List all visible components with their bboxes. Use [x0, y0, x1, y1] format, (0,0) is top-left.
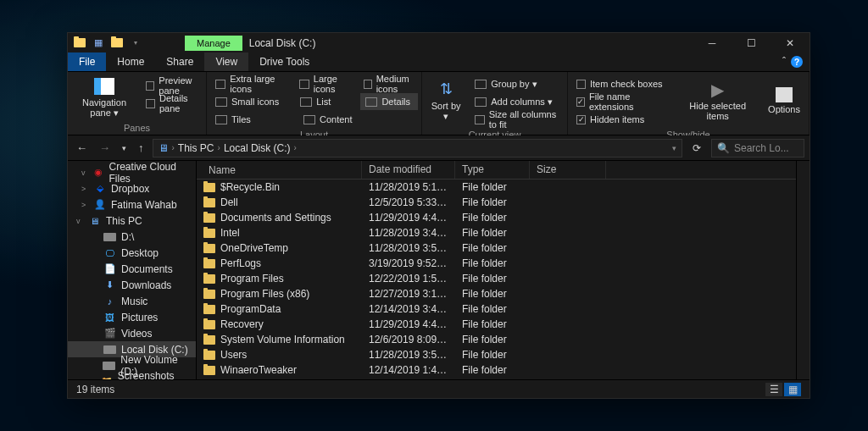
layout-tiles-button[interactable]: Tiles	[210, 111, 298, 128]
up-button[interactable]: ↑	[135, 141, 147, 154]
hidden-items-toggle[interactable]: ✓Hidden items	[571, 111, 672, 128]
file-date: 12/14/2019 3:46 AM	[362, 303, 455, 315]
contextual-tab-manage[interactable]: Manage	[185, 36, 242, 51]
expand-icon[interactable]: v	[76, 217, 83, 225]
properties-icon[interactable]: ▦	[92, 36, 105, 50]
search-input[interactable]: 🔍 Search Lo...	[711, 139, 804, 157]
preview-pane-button[interactable]: Preview pane	[141, 77, 203, 94]
layout-medium-button[interactable]: Medium icons	[359, 75, 418, 92]
size-columns-button[interactable]: Size all columns to fit	[470, 111, 564, 128]
layout-list-button[interactable]: List	[295, 93, 360, 110]
col-date[interactable]: Date modified	[362, 161, 455, 179]
menu-view[interactable]: View	[204, 52, 248, 71]
sidebar-label: Documents	[121, 263, 173, 275]
layout-xl-button[interactable]: Extra large icons	[210, 75, 294, 92]
expand-icon[interactable]: >	[81, 185, 88, 193]
folder-icon	[203, 259, 215, 268]
file-row[interactable]: Dell12/5/2019 5:33 PMFile folder	[197, 195, 796, 210]
close-button[interactable]: ✕	[771, 33, 810, 52]
minimize-button[interactable]: ─	[693, 33, 732, 52]
pic-icon: 🖼	[103, 312, 116, 323]
qat-dropdown-icon[interactable]: ▾	[129, 36, 142, 50]
refresh-button[interactable]: ⟳	[687, 142, 706, 154]
file-row[interactable]: Intel11/28/2019 3:49 PMFile folder	[197, 225, 796, 240]
forward-button[interactable]: →	[96, 141, 114, 154]
group-by-button[interactable]: Group by ▾	[470, 75, 564, 92]
menu-file[interactable]: File	[68, 52, 106, 71]
recent-dropdown[interactable]: ▾	[119, 144, 130, 152]
titlebar[interactable]: ▦ ▾ Manage Local Disk (C:) ─ ☐ ✕	[68, 33, 810, 52]
chevron-right-icon[interactable]: ›	[294, 143, 297, 152]
col-size[interactable]: Size	[530, 161, 606, 179]
menu-drive-tools[interactable]: Drive Tools	[248, 52, 320, 71]
add-columns-button[interactable]: Add columns ▾	[470, 93, 564, 110]
file-row[interactable]: PerfLogs3/19/2019 9:52 AMFile folder	[197, 256, 796, 271]
chevron-right-icon[interactable]: ›	[172, 143, 175, 152]
music-icon: ♪	[103, 296, 116, 307]
window-title: Local Disk (C:)	[249, 37, 316, 49]
breadcrumb[interactable]: 🖥 › This PC › Local Disk (C:) › ▾	[153, 139, 683, 157]
folder-icon	[203, 320, 215, 329]
file-name: ProgramData	[220, 303, 281, 315]
navigation-sidebar[interactable]: v◉Creative Cloud Files>⬙Dropbox>👤Fatima …	[68, 161, 197, 379]
file-row[interactable]: System Volume Information12/6/2019 8:09 …	[197, 332, 796, 347]
hide-selected-button[interactable]: ▶ Hide selected items	[676, 74, 760, 128]
sidebar-item[interactable]: 🖵Desktop	[68, 245, 196, 261]
layout-large-button[interactable]: Large icons	[294, 75, 359, 92]
collapse-ribbon-icon[interactable]: ˆ	[782, 56, 786, 68]
group-by-icon	[475, 80, 487, 89]
address-bar: ← → ▾ ↑ 🖥 › This PC › Local Disk (C:) › …	[68, 135, 810, 161]
sidebar-item[interactable]: 🎬Videos	[68, 325, 196, 341]
menu-home[interactable]: Home	[106, 52, 155, 71]
file-row[interactable]: $Recycle.Bin11/28/2019 5:12 PMFile folde…	[197, 180, 796, 195]
folder-icon	[203, 335, 215, 345]
sidebar-item[interactable]: v🖥This PC	[68, 213, 196, 229]
options-button[interactable]: Options	[763, 74, 805, 128]
back-button[interactable]: ←	[73, 141, 91, 154]
doc-icon: 📄	[103, 263, 116, 274]
sidebar-item[interactable]: v◉Creative Cloud Files	[68, 164, 196, 180]
file-row[interactable]: Program Files (x86)12/27/2019 3:19 AMFil…	[197, 286, 796, 301]
col-name[interactable]: Name	[197, 161, 362, 179]
layout-small-button[interactable]: Small icons	[210, 93, 295, 110]
expand-icon[interactable]: >	[81, 201, 88, 209]
sidebar-item[interactable]: 🖼Pictures	[68, 309, 196, 325]
breadcrumb-dropdown[interactable]: ▾	[672, 144, 676, 152]
breadcrumb-segment[interactable]: Local Disk (C:)	[224, 142, 291, 154]
sidebar-label: Music	[121, 296, 147, 307]
file-row[interactable]: OneDriveTemp11/28/2019 3:57 PMFile folde…	[197, 240, 796, 256]
item-checkboxes-toggle[interactable]: Item check boxes	[571, 75, 672, 92]
chevron-right-icon[interactable]: ›	[218, 143, 220, 152]
file-row[interactable]: Recovery11/29/2019 4:41 AMFile folder	[197, 317, 796, 332]
menu-share[interactable]: Share	[155, 52, 204, 71]
details-pane-button[interactable]: Details pane	[141, 95, 203, 112]
layout-details-button[interactable]: Details	[360, 93, 418, 110]
file-row[interactable]: Documents and Settings11/29/2019 4:42 AM…	[197, 210, 796, 225]
file-row[interactable]: WinaeroTweaker12/14/2019 1:44 AMFile fol…	[197, 362, 796, 378]
details-view-toggle[interactable]: ☰	[765, 383, 782, 396]
sidebar-item[interactable]: ♪Music	[68, 293, 196, 309]
file-row[interactable]: Program Files12/22/2019 1:51 AMFile fold…	[197, 271, 796, 286]
expand-icon[interactable]: v	[81, 169, 87, 177]
file-row[interactable]: ProgramData12/14/2019 3:46 AMFile folder	[197, 301, 796, 317]
file-row[interactable]: Users11/28/2019 3:57 PMFile folder	[197, 347, 796, 362]
large-icons-icon	[299, 80, 309, 89]
col-type[interactable]: Type	[455, 161, 530, 179]
sidebar-item[interactable]: D:\	[68, 229, 196, 245]
sidebar-item[interactable]: 📄Documents	[68, 261, 196, 277]
sidebar-item[interactable]: >👤Fatima Wahab	[68, 196, 196, 213]
breadcrumb-segment[interactable]: This PC	[178, 142, 214, 154]
icons-view-toggle[interactable]: ▦	[784, 383, 801, 396]
file-date: 11/28/2019 3:57 PM	[362, 242, 455, 254]
maximize-button[interactable]: ☐	[732, 33, 771, 52]
file-date: 11/28/2019 3:57 PM	[362, 349, 455, 361]
sort-by-button[interactable]: ⇅ Sort by ▾	[426, 74, 466, 128]
layout-content-button[interactable]: Content	[298, 111, 366, 128]
folder-icon	[203, 366, 215, 375]
sidebar-item[interactable]: ⬇Downloads	[68, 277, 196, 293]
sidebar-item[interactable]: 📁Screenshots (\\MACBOOK	[68, 373, 196, 379]
help-icon[interactable]: ?	[791, 56, 803, 68]
file-extensions-toggle[interactable]: ✓File name extensions	[571, 93, 672, 110]
navigation-pane-button[interactable]: Navigation pane ▾	[71, 74, 137, 121]
scrollbar[interactable]	[796, 161, 810, 379]
